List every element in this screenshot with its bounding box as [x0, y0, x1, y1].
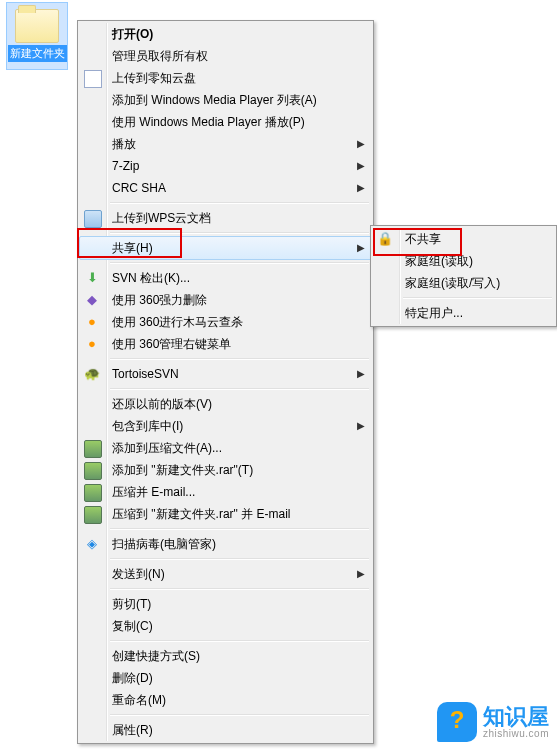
menu-tortoisesvn[interactable]: 🐢 TortoiseSVN ▶	[80, 363, 371, 385]
separator	[110, 640, 369, 642]
360-scan-icon: ●	[84, 314, 100, 330]
menu-admin-ownership[interactable]: 管理员取得所有权	[80, 45, 371, 67]
menu-open[interactable]: 打开(O)	[80, 23, 371, 45]
submenu-specific-user[interactable]: 特定用户...	[373, 302, 554, 324]
360-delete-icon: ◆	[84, 292, 100, 308]
menu-wps-upload[interactable]: 上传到WPS云文档	[80, 207, 371, 229]
shield-icon: ◈	[84, 536, 100, 552]
separator	[110, 262, 369, 264]
separator	[110, 558, 369, 560]
chevron-right-icon: ▶	[357, 563, 365, 585]
menu-rar-email[interactable]: 压缩并 E-mail...	[80, 481, 371, 503]
logo-bubble-icon	[437, 702, 477, 742]
menu-cut[interactable]: 剪切(T)	[80, 593, 371, 615]
menu-rar-add-named[interactable]: 添加到 "新建文件夹.rar"(T)	[80, 459, 371, 481]
winrar-icon	[84, 484, 102, 502]
menu-upload-cloud[interactable]: 上传到零知云盘	[80, 67, 371, 89]
winrar-icon	[84, 462, 102, 480]
menu-create-shortcut[interactable]: 创建快捷方式(S)	[80, 645, 371, 667]
menu-include-library[interactable]: 包含到库中(I) ▶	[80, 415, 371, 437]
separator	[110, 714, 369, 716]
desktop-folder[interactable]: 新建文件夹	[6, 2, 68, 70]
menu-send-to[interactable]: 发送到(N) ▶	[80, 563, 371, 585]
winrar-icon	[84, 506, 102, 524]
menu-rename[interactable]: 重命名(M)	[80, 689, 371, 711]
separator	[110, 528, 369, 530]
wps-icon	[84, 210, 102, 228]
menu-rar-add[interactable]: 添加到压缩文件(A)...	[80, 437, 371, 459]
menu-rar-email-named[interactable]: 压缩到 "新建文件夹.rar" 并 E-mail	[80, 503, 371, 525]
menu-360-scan[interactable]: ● 使用 360进行木马云查杀	[80, 311, 371, 333]
chevron-right-icon: ▶	[357, 133, 365, 155]
menu-360-manage[interactable]: ● 使用 360管理右键菜单	[80, 333, 371, 355]
cloud-doc-icon	[84, 70, 102, 88]
tortoise-icon: 🐢	[84, 366, 100, 382]
menu-delete[interactable]: 删除(D)	[80, 667, 371, 689]
site-watermark: 知识屋 zhishiwu.com	[437, 700, 549, 744]
folder-icon	[15, 9, 59, 43]
menu-virus-scan[interactable]: ◈ 扫描病毒(电脑管家)	[80, 533, 371, 555]
separator	[110, 232, 369, 234]
menu-share[interactable]: 共享(H) ▶	[79, 236, 372, 260]
menu-properties[interactable]: 属性(R)	[80, 719, 371, 741]
menu-wmp-play[interactable]: 使用 Windows Media Player 播放(P)	[80, 111, 371, 133]
chevron-right-icon: ▶	[357, 177, 365, 199]
submenu-homegroup-readwrite[interactable]: 家庭组(读取/写入)	[373, 272, 554, 294]
context-menu-share-submenu: 🔒 不共享 家庭组(读取) 家庭组(读取/写入) 特定用户...	[370, 225, 557, 327]
winrar-icon	[84, 440, 102, 458]
svn-checkout-icon: ⬇	[84, 270, 100, 286]
menu-play[interactable]: 播放 ▶	[80, 133, 371, 155]
separator	[110, 358, 369, 360]
folder-label: 新建文件夹	[8, 45, 67, 62]
360-manage-icon: ●	[84, 336, 100, 352]
chevron-right-icon: ▶	[357, 237, 365, 259]
menu-wmp-add[interactable]: 添加到 Windows Media Player 列表(A)	[80, 89, 371, 111]
menu-copy[interactable]: 复制(C)	[80, 615, 371, 637]
menu-svn-checkout[interactable]: ⬇ SVN 检出(K)...	[80, 267, 371, 289]
separator	[403, 297, 552, 299]
lock-icon: 🔒	[377, 231, 393, 247]
context-menu-main: 打开(O) 管理员取得所有权 上传到零知云盘 添加到 Windows Media…	[77, 20, 374, 744]
logo-subtext: zhishiwu.com	[483, 728, 549, 739]
separator	[110, 388, 369, 390]
submenu-no-share[interactable]: 🔒 不共享	[373, 228, 554, 250]
menu-7zip[interactable]: 7-Zip ▶	[80, 155, 371, 177]
menu-crc-sha[interactable]: CRC SHA ▶	[80, 177, 371, 199]
menu-360-delete[interactable]: ◆ 使用 360强力删除	[80, 289, 371, 311]
logo-text: 知识屋	[483, 706, 549, 728]
chevron-right-icon: ▶	[357, 363, 365, 385]
submenu-homegroup-read[interactable]: 家庭组(读取)	[373, 250, 554, 272]
menu-restore-previous[interactable]: 还原以前的版本(V)	[80, 393, 371, 415]
separator	[110, 588, 369, 590]
chevron-right-icon: ▶	[357, 415, 365, 437]
separator	[110, 202, 369, 204]
chevron-right-icon: ▶	[357, 155, 365, 177]
